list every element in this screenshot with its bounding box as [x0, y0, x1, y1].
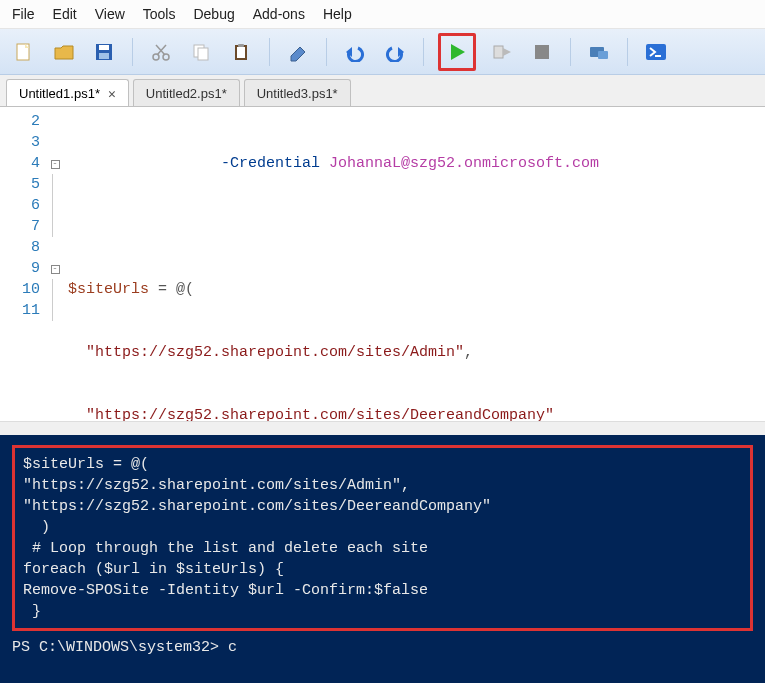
- tab-label: Untitled3.ps1*: [257, 86, 338, 101]
- run-button[interactable]: [443, 38, 471, 66]
- toolbar-separator: [423, 38, 424, 66]
- tab-untitled3[interactable]: Untitled3.ps1*: [244, 79, 351, 106]
- redo-button[interactable]: [381, 38, 409, 66]
- toolbar-separator: [570, 38, 571, 66]
- toolbar-separator: [326, 38, 327, 66]
- console-output-highlight: $siteUrls = @( "https://szg52.sharepoint…: [12, 445, 753, 631]
- fold-column: - -: [48, 107, 62, 421]
- svg-rect-20: [535, 45, 549, 59]
- console-pane[interactable]: $siteUrls = @( "https://szg52.sharepoint…: [0, 435, 765, 683]
- scissors-icon: [151, 42, 171, 62]
- svg-marker-17: [451, 44, 465, 60]
- run-selection-button[interactable]: [488, 38, 516, 66]
- clipboard-icon: [231, 42, 251, 62]
- run-selection-icon: [492, 42, 512, 62]
- run-highlight-box: [438, 33, 476, 71]
- svg-rect-18: [494, 46, 503, 58]
- svg-rect-10: [198, 48, 208, 60]
- open-file-button[interactable]: [50, 38, 78, 66]
- menu-view[interactable]: View: [95, 6, 125, 22]
- stop-button[interactable]: [528, 38, 556, 66]
- copy-button[interactable]: [187, 38, 215, 66]
- menu-tools[interactable]: Tools: [143, 6, 176, 22]
- svg-point-6: [163, 54, 169, 60]
- folder-open-icon: [53, 41, 75, 63]
- svg-rect-22: [598, 51, 608, 59]
- tab-untitled1[interactable]: Untitled1.ps1* ✕: [6, 79, 129, 106]
- toolbar: [0, 29, 765, 75]
- tab-label: Untitled1.ps1*: [19, 86, 100, 101]
- new-file-icon: [13, 41, 35, 63]
- code-area[interactable]: -Credential JohannaL@szg52.onmicrosoft.c…: [62, 107, 765, 421]
- undo-icon: [344, 42, 366, 62]
- new-file-button[interactable]: [10, 38, 38, 66]
- svg-marker-14: [291, 47, 305, 61]
- powershell-icon: [645, 42, 667, 62]
- eraser-icon: [288, 42, 308, 62]
- fold-toggle[interactable]: -: [51, 160, 60, 169]
- menu-help[interactable]: Help: [323, 6, 352, 22]
- clear-button[interactable]: [284, 38, 312, 66]
- redo-icon: [384, 42, 406, 62]
- undo-button[interactable]: [341, 38, 369, 66]
- svg-rect-3: [99, 45, 109, 50]
- menu-file[interactable]: File: [12, 6, 35, 22]
- svg-rect-4: [99, 53, 109, 59]
- svg-rect-12: [237, 47, 245, 58]
- menu-addons[interactable]: Add-ons: [253, 6, 305, 22]
- toolbar-separator: [132, 38, 133, 66]
- tab-close-button[interactable]: ✕: [108, 86, 116, 101]
- menu-edit[interactable]: Edit: [53, 6, 77, 22]
- tab-bar: Untitled1.ps1* ✕ Untitled2.ps1* Untitled…: [0, 75, 765, 107]
- cut-button[interactable]: [147, 38, 175, 66]
- play-icon: [447, 42, 467, 62]
- save-button[interactable]: [90, 38, 118, 66]
- menu-debug[interactable]: Debug: [193, 6, 234, 22]
- toolbar-separator: [627, 38, 628, 66]
- remote-button[interactable]: [585, 38, 613, 66]
- tab-untitled2[interactable]: Untitled2.ps1*: [133, 79, 240, 106]
- horizontal-scrollbar[interactable]: [0, 421, 765, 435]
- toolbar-separator: [269, 38, 270, 66]
- menu-bar: File Edit View Tools Debug Add-ons Help: [0, 0, 765, 29]
- svg-rect-13: [238, 44, 244, 47]
- remote-icon: [588, 43, 610, 61]
- paste-button[interactable]: [227, 38, 255, 66]
- svg-point-5: [153, 54, 159, 60]
- code-editor[interactable]: 2 3 4 5 6 7 8 9 10 11 - - -Credential Jo…: [0, 107, 765, 421]
- console-prompt[interactable]: PS C:\WINDOWS\system32> c: [12, 637, 753, 658]
- copy-icon: [191, 42, 211, 62]
- powershell-button[interactable]: [642, 38, 670, 66]
- svg-marker-19: [503, 48, 511, 56]
- stop-icon: [533, 43, 551, 61]
- fold-toggle[interactable]: -: [51, 265, 60, 274]
- save-icon: [93, 41, 115, 63]
- tab-label: Untitled2.ps1*: [146, 86, 227, 101]
- line-gutter: 2 3 4 5 6 7 8 9 10 11: [0, 107, 48, 421]
